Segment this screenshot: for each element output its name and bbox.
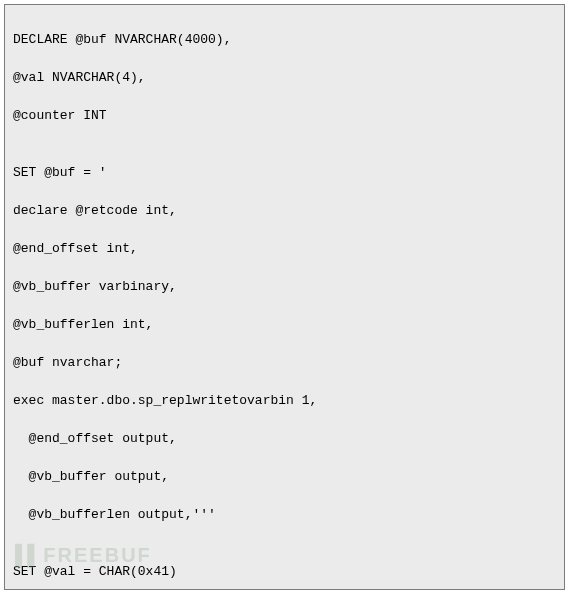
code-line: @end_offset output, [13,429,556,448]
code-line: @buf nvarchar; [13,353,556,372]
code-line: SET @val = CHAR(0x41) [13,562,556,581]
code-block: DECLARE @buf NVARCHAR(4000), @val NVARCH… [4,4,565,590]
code-line: @counter INT [13,106,556,125]
code-line: @end_offset int, [13,239,556,258]
code-line: @vb_bufferlen output,''' [13,505,556,524]
code-line: SET @buf = ' [13,163,556,182]
code-line: exec master.dbo.sp_replwritetovarbin 1, [13,391,556,410]
code-line: @vb_bufferlen int, [13,315,556,334]
code-line: @vb_buffer output, [13,467,556,486]
code-line: @val NVARCHAR(4), [13,68,556,87]
code-line: declare @retcode int, [13,201,556,220]
code-line: DECLARE @buf NVARCHAR(4000), [13,30,556,49]
code-line: @vb_buffer varbinary, [13,277,556,296]
